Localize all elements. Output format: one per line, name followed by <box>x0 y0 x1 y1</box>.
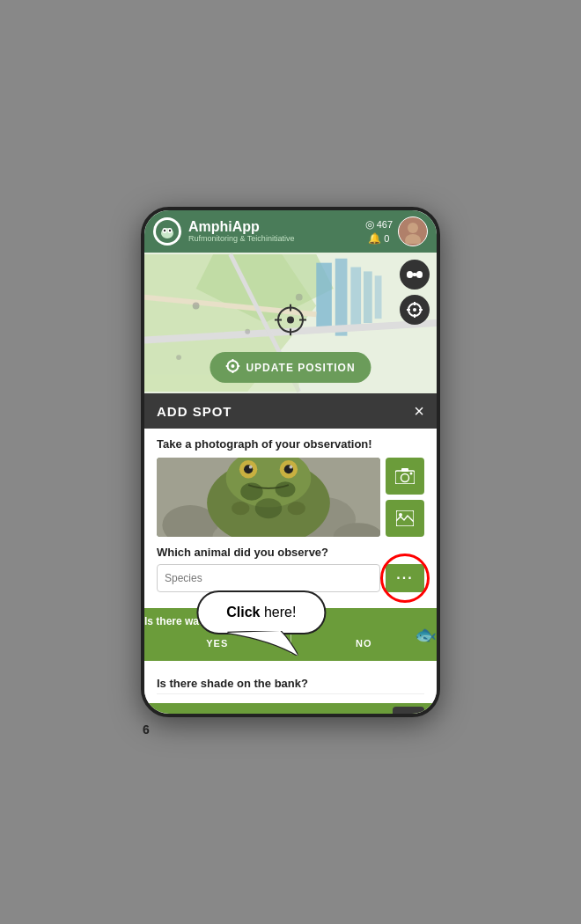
save-button[interactable]: ✓ SAVE <box>157 711 393 717</box>
phone-frame: AmphiApp Rufmonitoring & Teichinitiative… <box>141 207 440 717</box>
page-number: 6 <box>143 722 150 737</box>
svg-point-4 <box>164 230 165 231</box>
photo-buttons <box>386 458 424 537</box>
svg-point-62 <box>289 466 292 469</box>
update-position-label: UPDATE POSITION <box>246 362 355 374</box>
species-btn-highlight <box>380 554 430 603</box>
svg-point-21 <box>176 355 181 360</box>
which-animal-label: Which animal did you observe? <box>157 546 424 559</box>
timer-button[interactable] <box>393 707 424 717</box>
app-header: AmphiApp Rufmonitoring & Teichinitiative… <box>144 210 437 253</box>
svg-rect-26 <box>413 273 416 276</box>
water-icon: 🐟 <box>415 624 437 645</box>
panel-content: Take a photograph of your observation! <box>144 429 437 608</box>
svg-point-56 <box>288 502 305 515</box>
svg-point-68 <box>399 513 402 517</box>
save-bar: ✓ SAVE <box>144 703 437 717</box>
svg-point-20 <box>245 329 250 334</box>
svg-point-6 <box>408 223 418 233</box>
checkmark-icon: ✓ <box>157 711 174 717</box>
is-there-label: Is there water nearby? <box>144 615 437 627</box>
locate-button[interactable] <box>400 295 430 325</box>
target-icon <box>225 359 239 376</box>
header-stats: ◎ 467 🔔 0 <box>365 218 393 245</box>
add-spot-header: ADD SPOT × <box>144 393 437 429</box>
svg-point-22 <box>296 294 303 301</box>
save-label: SAVE <box>181 714 231 718</box>
svg-point-66 <box>410 473 413 475</box>
avatar[interactable] <box>398 216 428 246</box>
photo-preview <box>157 458 380 537</box>
header-icons: ◎ 467 🔔 0 <box>365 216 428 246</box>
photo-instruction: Take a photograph of your observation! <box>157 437 424 451</box>
map-overlay-buttons <box>400 260 430 325</box>
yes-button[interactable]: YES <box>144 633 290 654</box>
svg-rect-69 <box>405 714 412 716</box>
svg-rect-15 <box>375 275 382 319</box>
svg-rect-24 <box>407 271 413 278</box>
svg-point-54 <box>255 498 282 518</box>
svg-rect-25 <box>416 271 423 278</box>
svg-point-34 <box>287 316 294 323</box>
notification-value: 0 <box>384 233 389 244</box>
svg-rect-14 <box>364 271 372 323</box>
species-row: ··· <box>157 564 424 592</box>
header-title-area: AmphiApp Rufmonitoring & Teichinitiative <box>188 219 365 243</box>
score-value: 467 <box>377 219 393 230</box>
score-icon: ◎ <box>365 218 374 231</box>
gallery-button[interactable] <box>386 500 424 537</box>
score-row: ◎ 467 <box>365 218 393 231</box>
app-logo <box>153 217 181 246</box>
svg-point-40 <box>231 364 234 368</box>
add-spot-title: ADD SPOT <box>157 404 232 419</box>
photo-row <box>157 458 424 537</box>
svg-point-61 <box>249 466 253 469</box>
binoculars-button[interactable] <box>400 260 430 290</box>
svg-rect-12 <box>335 259 348 336</box>
update-position-button[interactable]: UPDATE POSITION <box>210 352 371 383</box>
svg-point-19 <box>193 303 200 310</box>
add-spot-panel: ADD SPOT × Take a photograph of your obs… <box>144 393 437 703</box>
svg-rect-13 <box>350 268 361 327</box>
shade-section: Is there shade on the bank? <box>144 661 437 703</box>
shade-label: Is there shade on the bank? <box>157 670 424 694</box>
svg-rect-11 <box>316 263 332 332</box>
map-area: UPDATE POSITION <box>144 253 437 393</box>
is-there-water-section: Is there water nearby? YES NO 🐟 <box>144 608 437 661</box>
camera-button[interactable] <box>386 458 424 495</box>
crosshair-icon <box>275 304 306 335</box>
svg-rect-65 <box>401 468 408 472</box>
bell-icon: 🔔 <box>368 232 381 245</box>
svg-point-5 <box>169 230 171 231</box>
notification-row: 🔔 0 <box>368 232 389 245</box>
svg-point-64 <box>401 474 409 482</box>
app-name: AmphiApp <box>188 219 365 235</box>
yes-no-row: YES NO <box>144 633 437 654</box>
close-button[interactable]: × <box>414 402 424 420</box>
svg-point-53 <box>276 481 296 497</box>
svg-point-7 <box>405 234 421 244</box>
species-input[interactable] <box>157 564 380 592</box>
svg-point-28 <box>413 308 416 312</box>
species-more-button[interactable]: ··· <box>386 564 424 592</box>
svg-point-55 <box>232 502 249 515</box>
app-subtitle: Rufmonitoring & Teichinitiative <box>188 235 365 244</box>
